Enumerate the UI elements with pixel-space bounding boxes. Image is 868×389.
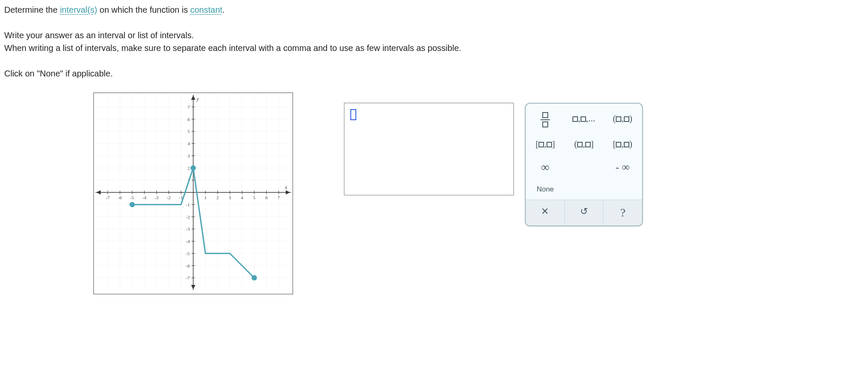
svg-text:-7: -7: [106, 195, 110, 200]
open-open-interval-button[interactable]: (,): [611, 113, 634, 124]
palette-action-row: ✕ ↺ ?: [526, 200, 642, 226]
svg-text:-4: -4: [186, 239, 190, 244]
undo-button[interactable]: ↺: [564, 200, 603, 226]
svg-text:-6: -6: [186, 263, 190, 268]
svg-text:-3: -3: [186, 226, 190, 231]
function-graph: -7-6-5-4-3-2-11234567-7-6-5-4-3-2-112345…: [96, 95, 291, 290]
svg-text:-5: -5: [130, 195, 135, 200]
infinity-button[interactable]: ∞: [533, 161, 557, 174]
link-intervals[interactable]: interval(s): [60, 5, 97, 14]
q-post: .: [223, 5, 225, 14]
svg-text:-6: -6: [118, 195, 122, 200]
instruction-line-4: Click on "None" if applicable.: [4, 67, 864, 80]
answer-input[interactable]: [344, 103, 514, 195]
graph-container: -7-6-5-4-3-2-11234567-7-6-5-4-3-2-112345…: [93, 93, 293, 294]
svg-point-98: [130, 203, 134, 207]
svg-text:-2: -2: [186, 214, 190, 220]
link-constant[interactable]: constant: [190, 5, 223, 14]
instruction-line-2: Write your answer as an interval or list…: [4, 29, 864, 42]
svg-text:7: 7: [188, 104, 190, 110]
svg-text:3: 3: [188, 153, 190, 158]
none-button[interactable]: None: [533, 185, 557, 194]
svg-text:3: 3: [229, 195, 231, 200]
svg-marker-36: [286, 190, 290, 194]
neg-infinity-button[interactable]: - ∞: [611, 161, 634, 174]
svg-point-99: [191, 166, 195, 170]
svg-text:4: 4: [188, 141, 190, 146]
svg-text:x: x: [285, 184, 287, 190]
fraction-icon: [541, 112, 550, 127]
question-text: Determine the interval(s) on which the f…: [4, 3, 864, 80]
svg-text:-2: -2: [167, 195, 171, 200]
open-closed-interval-button[interactable]: (,]: [572, 138, 596, 149]
closed-closed-interval-button[interactable]: [,]: [533, 138, 557, 149]
svg-text:-7: -7: [186, 275, 190, 280]
svg-text:2: 2: [188, 166, 190, 171]
svg-text:2: 2: [217, 195, 219, 200]
help-button[interactable]: ?: [603, 200, 642, 226]
q-pre: Determine the: [4, 5, 60, 14]
svg-text:7: 7: [278, 195, 280, 200]
interval-list-button[interactable]: ,,...: [572, 113, 596, 124]
svg-text:5: 5: [253, 195, 256, 200]
svg-text:6: 6: [265, 195, 268, 200]
instruction-line-3: When writing a list of intervals, make s…: [4, 42, 864, 54]
clear-button[interactable]: ✕: [526, 200, 564, 226]
symbol-palette: ,,... (,) [,] (,] [,) ∞ x - ∞ None ✕ ↺ ?: [525, 103, 643, 226]
svg-marker-37: [96, 190, 101, 194]
svg-text:-4: -4: [142, 195, 147, 200]
svg-text:-1: -1: [186, 202, 190, 207]
svg-point-100: [252, 276, 256, 280]
closed-open-interval-button[interactable]: [,): [611, 138, 634, 149]
svg-marker-38: [191, 96, 195, 100]
input-cursor-icon: [350, 109, 356, 120]
svg-text:y: y: [196, 96, 199, 102]
svg-text:-3: -3: [155, 195, 159, 200]
svg-marker-39: [191, 285, 195, 289]
svg-text:6: 6: [188, 117, 190, 122]
fraction-button[interactable]: [533, 110, 557, 127]
svg-text:4: 4: [241, 195, 243, 200]
svg-text:5: 5: [188, 129, 190, 134]
q-mid: on which the function is: [97, 5, 190, 14]
svg-text:1: 1: [204, 195, 207, 200]
svg-text:-5: -5: [186, 251, 190, 256]
